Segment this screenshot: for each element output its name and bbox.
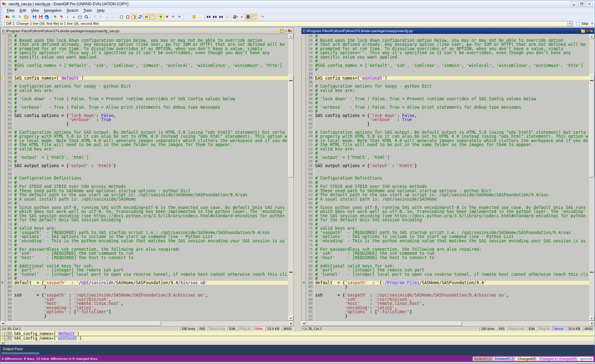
- browse-first-file-button[interactable]: ▲: [64, 14, 71, 20]
- find-previous-button[interactable]: [218, 14, 224, 20]
- menu-help[interactable]: Help: [95, 8, 107, 13]
- scroll-down-icon[interactable]: ▼: [589, 316, 594, 321]
- maximize-button[interactable]: [578, 1, 585, 6]
- header-compare-icon[interactable]: [589, 29, 593, 32]
- header-dropdown-icon[interactable]: ▾: [586, 30, 588, 32]
- second-file-code[interactable]: 25#26# Based upon the lock_down configur…: [302, 34, 589, 321]
- filter-added-button[interactable]: [164, 14, 170, 20]
- show-identical-button[interactable]: [118, 14, 125, 20]
- options-button[interactable]: *▾: [259, 14, 266, 20]
- scroll-up-icon[interactable]: ▲: [288, 34, 293, 39]
- output-pane-header[interactable]: Output Pane: [0, 345, 595, 355]
- scroll-track[interactable]: [5, 321, 289, 326]
- line-number: 76: [5, 247, 13, 252]
- first-vertical-scrollbar[interactable]: ▲ ▼: [288, 34, 293, 321]
- scroll-down-icon[interactable]: ▼: [288, 316, 293, 321]
- split-view-button[interactable]: [131, 14, 137, 20]
- cursor-position: Ln 35, Col 1: [302, 326, 478, 331]
- header-open-icon[interactable]: [581, 30, 585, 33]
- first-file-code[interactable]: 25#26# Based upon the lock_down configur…: [1, 34, 288, 321]
- close-button[interactable]: ×: [586, 1, 593, 6]
- scroll-thumb[interactable]: [288, 75, 293, 177]
- minimize-button[interactable]: [571, 1, 577, 6]
- scroll-track[interactable]: [589, 39, 594, 316]
- scroll-left-icon[interactable]: ◀: [301, 321, 306, 326]
- menu-grip[interactable]: [1, 9, 2, 13]
- browse-second-file-button[interactable]: ▲: [71, 14, 77, 20]
- menu-search[interactable]: Search: [64, 8, 81, 13]
- preview-scrollbar[interactable]: ◀: [0, 341, 595, 345]
- second-horizontal-scrollbar[interactable]: ◀ ▶: [301, 321, 595, 326]
- diffbar-grip[interactable]: [1, 22, 2, 26]
- edit-first-file-button[interactable]: ✎: [52, 14, 58, 20]
- scroll-track[interactable]: [5, 341, 595, 345]
- line-inspector-button[interactable]: ≡: [239, 14, 245, 20]
- print-preview-button[interactable]: [83, 14, 89, 20]
- first-horizontal-scrollbar[interactable]: ◀ ▶: [0, 321, 294, 326]
- scroll-left-icon[interactable]: ◀: [0, 341, 5, 345]
- scroll-right-icon[interactable]: ▶: [590, 321, 595, 326]
- edit-second-file-button[interactable]: ✎: [58, 14, 64, 20]
- header-open-icon[interactable]: [280, 30, 284, 33]
- diff-dropdown-button[interactable]: ▼: [567, 22, 572, 26]
- scroll-thumb[interactable]: [589, 75, 594, 177]
- preview-line-first[interactable]: ▶35SAS_config_names=['default']: [0, 332, 595, 336]
- preview-line-second[interactable]: ◀35SAS_config_names=['winlocal']: [0, 336, 595, 341]
- save-second-file-button[interactable]: [37, 14, 44, 20]
- second-file-header[interactable]: C:\Program Files\Python\Python37\Lib\sit…: [301, 28, 595, 34]
- code-text: # Additional valid keys for ssh:: [314, 264, 589, 268]
- find-next-button[interactable]: [212, 14, 218, 20]
- synchronize-scrolling-button[interactable]: ⇄: [143, 14, 149, 20]
- next-difference-button[interactable]: ↓: [197, 14, 203, 20]
- line-number: 71: [306, 226, 314, 231]
- filter-show-all-button[interactable]: [158, 14, 164, 20]
- show-checkmarks-button[interactable]: [149, 14, 156, 20]
- title-bar[interactable]: sascfg_sav.py | sascfg.py - ExamDiff Pro…: [0, 0, 595, 8]
- scroll-track[interactable]: [306, 321, 590, 326]
- scroll-track[interactable]: [288, 39, 293, 316]
- show-differences-button[interactable]: [125, 14, 131, 20]
- save-all-button[interactable]: [44, 14, 50, 20]
- plugins-button[interactable]: [245, 14, 251, 20]
- open-files-button[interactable]: [23, 14, 29, 20]
- print-button[interactable]: [77, 14, 83, 20]
- find-button[interactable]: [205, 14, 212, 20]
- menu-navigation[interactable]: Navigation: [42, 8, 64, 13]
- header-compare-icon[interactable]: [288, 29, 292, 32]
- scroll-thumb[interactable]: [306, 321, 462, 326]
- first-file-header[interactable]: C:\Program Files\Python\Python37\Lib\sit…: [0, 28, 294, 34]
- scroll-thumb[interactable]: [5, 321, 161, 326]
- new-comparison-button[interactable]: [4, 14, 11, 20]
- menu-tools[interactable]: Tools: [81, 8, 95, 13]
- scroll-up-icon[interactable]: ▲: [589, 34, 594, 39]
- tile-view-button[interactable]: [137, 14, 143, 20]
- line-number: 39: [306, 93, 314, 97]
- pane-splitter[interactable]: [294, 28, 301, 332]
- toolbar-grip[interactable]: [1, 15, 2, 19]
- line-number: 72: [5, 231, 13, 235]
- line-number: 56: [5, 164, 13, 168]
- copy-to-second-button[interactable]: →: [104, 14, 110, 20]
- header-dropdown-icon[interactable]: ▾: [285, 30, 287, 32]
- scroll-right-icon[interactable]: ▶: [289, 321, 294, 326]
- current-difference-button[interactable]: [191, 14, 197, 20]
- filter-deleted-button[interactable]: [170, 14, 176, 20]
- menu-view[interactable]: View: [29, 8, 42, 13]
- scroll-left-icon[interactable]: ◀: [0, 321, 5, 326]
- recompare-button[interactable]: ↻: [11, 14, 17, 20]
- menu-edit[interactable]: Edit: [17, 8, 29, 13]
- edit-mode-button[interactable]: [251, 14, 257, 20]
- current-diff-combobox[interactable]: Diff 1: Change 1 line (35, first file) t…: [4, 21, 573, 26]
- recompare-refresh-files-button[interactable]: ↻: [17, 14, 23, 20]
- code-text: #: [13, 243, 288, 247]
- skip-checkbox[interactable]: [576, 22, 580, 25]
- copy-to-first-button[interactable]: ←: [110, 14, 116, 20]
- filter-changed-button[interactable]: [176, 14, 183, 20]
- toolbar-overflow-icon[interactable]: ▾: [591, 22, 593, 25]
- second-vertical-scrollbar[interactable]: ▲ ▼: [589, 34, 594, 321]
- menu-files[interactable]: Files: [4, 8, 17, 13]
- output-pane-tab[interactable]: [2, 352, 39, 354]
- save-first-file-button[interactable]: [31, 14, 37, 20]
- diff-marker: [1, 206, 5, 210]
- display-options-button[interactable]: ▾: [232, 14, 239, 20]
